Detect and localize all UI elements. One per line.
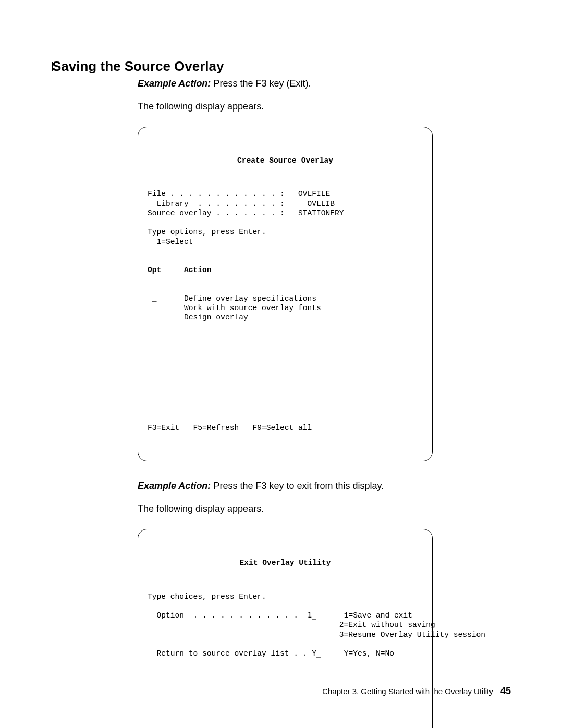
following-display-1: The following display appears.	[138, 100, 513, 113]
terminal-screen-2: Exit Overlay Utility Type choices, press…	[138, 529, 433, 728]
screen1-body2: _ Define overlay specifications _ Work w…	[148, 294, 423, 323]
body-column: Example Action: Press the F3 key (Exit).…	[138, 77, 513, 728]
example-action-text: Press the F3 key (Exit).	[211, 78, 311, 89]
screen1-title: Create Source Overlay	[148, 156, 423, 165]
screen2-title: Exit Overlay Utility	[148, 558, 423, 567]
example-action-label-2: Example Action:	[138, 480, 211, 491]
page-footer: Chapter 3. Getting Started with the Over…	[322, 686, 511, 697]
example-action-2: Example Action: Press the F3 key to exit…	[138, 479, 513, 492]
screen1-body1: File . . . . . . . . . . . . : OVLFILE L…	[148, 189, 423, 246]
screen2-spacer	[148, 677, 423, 728]
section-heading: Saving the Source Overlay	[52, 58, 511, 75]
example-action-label: Example Action:	[138, 78, 211, 89]
page: | Saving the Source Overlay Example Acti…	[0, 0, 563, 728]
example-action-1: Example Action: Press the F3 key (Exit).	[138, 77, 513, 90]
footer-chapter: Chapter 3. Getting Started with the Over…	[322, 687, 493, 696]
screen1-column-headers: Opt Action	[148, 265, 423, 275]
terminal-screen-1: Create Source Overlay File . . . . . . .…	[138, 127, 433, 461]
page-number: 45	[500, 686, 511, 696]
screen1-function-keys: F3=Exit F5=Refresh F9=Select all	[148, 423, 423, 433]
screen1-spacer	[148, 341, 423, 402]
example-action-text-2: Press the F3 key to exit from this displ…	[211, 480, 384, 491]
following-display-2: The following display appears.	[138, 502, 513, 515]
screen2-body: Type choices, press Enter. Option . . . …	[148, 592, 423, 659]
